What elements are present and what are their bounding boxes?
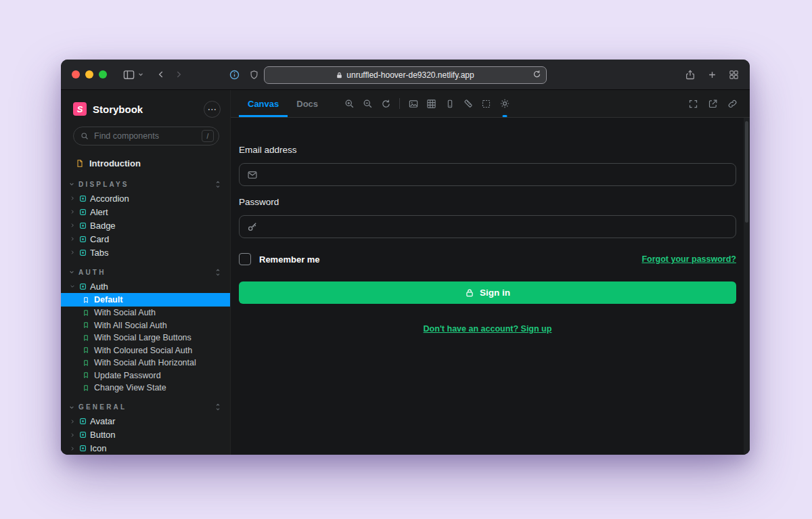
- site-info-icon[interactable]: [229, 69, 240, 81]
- titlebar-right-actions: [685, 60, 739, 89]
- email-field[interactable]: [239, 163, 736, 186]
- open-new-tab-icon[interactable]: [704, 90, 722, 117]
- search-box: /: [73, 127, 219, 145]
- story-label: With Social Auth Horizontal: [94, 358, 196, 367]
- browser-titlebar: unruffled-hoover-de9320.netlify.app: [61, 60, 750, 90]
- expand-collapse-icon[interactable]: [215, 403, 221, 411]
- padlock-icon: [336, 72, 342, 79]
- sidebar-toggle-icon[interactable]: [123, 70, 135, 80]
- measure-ruler-icon[interactable]: [459, 90, 477, 117]
- bookmark-icon: [83, 359, 89, 367]
- sidebar-story-with-social-large-buttons[interactable]: With Social Large Buttons: [61, 332, 230, 344]
- sidebar-story-with-social-auth[interactable]: With Social Auth: [61, 307, 230, 319]
- scrollbar-thumb[interactable]: [745, 121, 748, 223]
- close-button[interactable]: [72, 70, 80, 78]
- bookmark-icon: [83, 321, 89, 329]
- desktop-background: unruffled-hoover-de9320.netlify.app: [0, 0, 812, 519]
- sidebar-item-label: Badge: [90, 221, 116, 231]
- component-icon: [79, 283, 87, 290]
- signin-form: Email address Password: [231, 118, 750, 334]
- expand-collapse-icon[interactable]: [215, 268, 221, 277]
- new-tab-icon[interactable]: [707, 70, 717, 80]
- component-icon: [79, 235, 87, 243]
- url-text: unruffled-hoover-de9320.netlify.app: [346, 70, 474, 80]
- remember-checkbox[interactable]: [239, 253, 251, 265]
- password-field[interactable]: [239, 215, 736, 238]
- sidebar-item-badge[interactable]: Badge: [61, 219, 230, 232]
- address-bar[interactable]: unruffled-hoover-de9320.netlify.app: [264, 66, 547, 84]
- sidebar-story-with-social-auth-horizontal[interactable]: With Social Auth Horizontal: [61, 357, 230, 369]
- sidebar-item-accordion[interactable]: Accordion: [61, 191, 230, 205]
- fullscreen-icon[interactable]: [684, 90, 702, 117]
- share-icon[interactable]: [685, 69, 696, 81]
- component-icon: [79, 445, 87, 452]
- grid-toggle-icon[interactable]: [422, 90, 441, 117]
- sidebar-story-update-password[interactable]: Update Password: [61, 369, 230, 382]
- chevron-right-icon: [69, 236, 76, 242]
- story-label: Default: [94, 295, 122, 304]
- toolbar-icons: [340, 90, 514, 117]
- copy-link-icon[interactable]: [723, 90, 742, 117]
- sidebar-item-tabs[interactable]: Tabs: [61, 246, 230, 259]
- chevron-right-icon: [69, 446, 76, 451]
- component-icon: [79, 222, 87, 229]
- forward-icon[interactable]: [174, 70, 183, 79]
- theme-toggle-icon[interactable]: [495, 90, 514, 117]
- bookmark-icon: [83, 384, 89, 392]
- story-label: Change View State: [94, 383, 166, 392]
- back-icon[interactable]: [156, 70, 166, 79]
- canvas-toolbar: Canvas Docs: [231, 90, 750, 118]
- sidebar-item-avatar[interactable]: Avatar: [61, 415, 230, 428]
- story-label: With Coloured Social Auth: [94, 346, 192, 355]
- sidebar-item-button[interactable]: Button: [61, 428, 230, 442]
- storybook-logo-icon[interactable]: S: [73, 102, 87, 116]
- section-header-general[interactable]: General: [61, 400, 230, 415]
- browser-window: unruffled-hoover-de9320.netlify.app: [61, 60, 750, 455]
- sidebar-item-card[interactable]: Card: [61, 232, 230, 246]
- sidebar-item-label: Introduction: [89, 158, 141, 168]
- sidebar-item-icon[interactable]: Icon: [61, 442, 230, 455]
- sign-in-button[interactable]: Sign in: [239, 281, 736, 304]
- zoom-button[interactable]: [99, 70, 107, 78]
- sidebar-story-default[interactable]: Default: [61, 293, 230, 307]
- outline-toggle-icon[interactable]: [477, 90, 495, 117]
- signup-link[interactable]: Don't have an account? Sign up: [424, 324, 552, 334]
- expand-collapse-icon[interactable]: [215, 180, 221, 189]
- bookmark-icon: [83, 371, 89, 379]
- zoom-out-icon[interactable]: [359, 90, 377, 117]
- zoom-reset-icon[interactable]: [377, 90, 395, 117]
- privacy-shield-icon[interactable]: [249, 69, 259, 81]
- zoom-in-icon[interactable]: [340, 90, 359, 117]
- reload-icon[interactable]: [533, 70, 541, 78]
- tab-docs[interactable]: Docs: [288, 90, 327, 117]
- component-icon: [79, 249, 87, 256]
- toolbar-right-icons: [684, 90, 742, 117]
- section-label: General: [78, 403, 127, 411]
- search-input[interactable]: [93, 131, 198, 141]
- component-icon: [79, 208, 87, 216]
- bookmark-icon: [83, 296, 89, 304]
- tab-overview-icon[interactable]: [729, 70, 739, 80]
- brand-row: S Storybook ⋯: [61, 90, 230, 118]
- background-select-icon[interactable]: [404, 90, 422, 117]
- tab-canvas[interactable]: Canvas: [239, 90, 288, 117]
- password-label: Password: [239, 197, 736, 207]
- section-header-displays[interactable]: Displays: [61, 177, 230, 191]
- sidebar-menu-button[interactable]: ⋯: [204, 101, 221, 118]
- chevron-right-icon: [69, 419, 76, 424]
- email-label: Email address: [239, 145, 736, 155]
- sidebar-item-introduction[interactable]: Introduction: [61, 155, 230, 171]
- minimize-button[interactable]: [85, 70, 93, 78]
- sidebar-item-alert[interactable]: Alert: [61, 205, 230, 219]
- sidebar-item-auth[interactable]: Auth: [61, 279, 230, 293]
- preview-scrollbar[interactable]: [744, 118, 750, 455]
- section-header-auth[interactable]: Auth: [61, 265, 230, 279]
- sidebar-story-change-view-state[interactable]: Change View State: [61, 382, 230, 394]
- lock-icon: [465, 288, 474, 298]
- sidebar-story-with-all-social-auth[interactable]: With All Social Auth: [61, 319, 230, 332]
- chevron-down-icon[interactable]: [137, 71, 144, 78]
- forgot-password-link[interactable]: Forgot your password?: [641, 254, 736, 264]
- sidebar-story-with-coloured-social-auth[interactable]: With Coloured Social Auth: [61, 344, 230, 357]
- component-icon: [79, 195, 87, 202]
- viewport-icon[interactable]: [441, 90, 459, 117]
